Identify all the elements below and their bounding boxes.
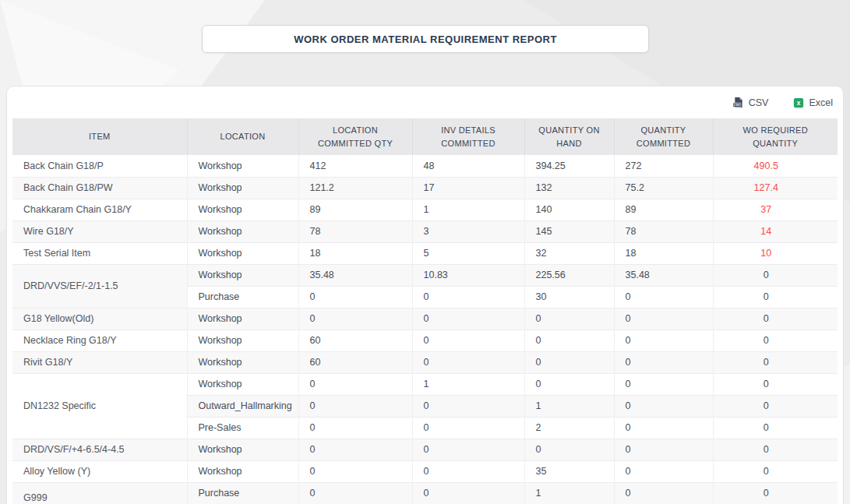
wo-required-quantity-cell: 0 xyxy=(713,373,838,395)
location-cell: Workshop xyxy=(187,373,298,395)
table-row: Back Chain G18/PWWorkshop121.21713275.21… xyxy=(12,177,838,199)
quantity-on-hand-cell: 132 xyxy=(524,177,614,199)
location-cell: Outward_Hallmarking xyxy=(187,395,298,417)
location-cell: Workshop xyxy=(187,308,298,330)
quantity-committed-cell: 89 xyxy=(614,199,713,220)
export-toolbar: CSV CSV x Excel xyxy=(12,86,838,118)
table-row: Chakkaram Chain G18/YWorkshop8911408937 xyxy=(12,199,838,220)
page-title: WORK ORDER MATERIAL REQUIREMENT REPORT xyxy=(202,25,649,53)
export-excel-button[interactable]: x Excel xyxy=(793,97,833,108)
quantity-committed-cell: 0 xyxy=(614,460,713,482)
wo-required-quantity-cell: 0 xyxy=(713,482,838,504)
quantity-committed-cell: 18 xyxy=(614,242,713,264)
quantity-on-hand-cell: 32 xyxy=(524,242,614,264)
export-excel-label: Excel xyxy=(809,97,833,108)
table-row: Rivit G18/YWorkshop600000 xyxy=(12,351,838,373)
table-row: G999Purchase00100 xyxy=(12,482,838,504)
page-title-text: WORK ORDER MATERIAL REQUIREMENT REPORT xyxy=(294,33,557,45)
location-cell: Workshop xyxy=(187,264,298,286)
location-cell: Workshop xyxy=(187,351,298,373)
location-cell: Workshop xyxy=(187,177,298,199)
svg-text:CSV: CSV xyxy=(734,104,740,107)
wo-required-quantity-cell: 0 xyxy=(713,286,838,308)
export-csv-label: CSV xyxy=(749,97,769,108)
table-row: Alloy Yellow (Y)Workshop003500 xyxy=(12,460,838,482)
material-requirement-table: ITEM LOCATION LOCATION COMMITTED QTY INV… xyxy=(12,118,838,504)
item-cell: DRD/VVS/EF/-2/1-1.5 xyxy=(12,264,187,308)
location-cell: Workshop xyxy=(187,242,298,264)
location-committed-qty-cell: 412 xyxy=(298,155,412,177)
item-cell: Test Serial Item xyxy=(12,242,187,264)
item-cell: Rivit G18/Y xyxy=(12,351,187,373)
inv-details-committed-cell: 0 xyxy=(412,417,524,439)
quantity-committed-cell: 0 xyxy=(614,351,713,373)
location-committed-qty-cell: 35.48 xyxy=(298,264,412,286)
table-row: DRD/VS/F/+4-6.5/4-4.5Workshop00000 xyxy=(12,439,838,460)
column-header-item: ITEM xyxy=(12,118,187,155)
inv-details-committed-cell: 1 xyxy=(412,373,524,395)
inv-details-committed-cell: 3 xyxy=(412,220,524,242)
location-committed-qty-cell: 89 xyxy=(298,199,412,220)
item-cell: G999 xyxy=(12,482,187,504)
wo-required-quantity-cell: 0 xyxy=(713,417,838,439)
quantity-on-hand-cell: 145 xyxy=(524,220,614,242)
table-header: ITEM LOCATION LOCATION COMMITTED QTY INV… xyxy=(12,118,838,155)
export-csv-button[interactable]: CSV CSV xyxy=(732,97,769,108)
quantity-committed-cell: 35.48 xyxy=(614,264,713,286)
location-committed-qty-cell: 0 xyxy=(298,286,412,308)
inv-details-committed-cell: 0 xyxy=(412,439,524,460)
item-cell: Alloy Yellow (Y) xyxy=(12,460,187,482)
csv-file-icon: CSV xyxy=(732,97,744,108)
item-cell: G18 Yellow(Old) xyxy=(12,308,187,330)
table-row: DRD/VVS/EF/-2/1-1.5Workshop35.4810.83225… xyxy=(12,264,838,286)
svg-text:x: x xyxy=(797,99,801,107)
location-committed-qty-cell: 0 xyxy=(298,417,412,439)
location-cell: Pre-Sales xyxy=(187,417,298,439)
inv-details-committed-cell: 0 xyxy=(412,482,524,504)
column-header-quantity-on-hand: QUANTITY ON HAND xyxy=(524,118,614,155)
wo-required-quantity-cell: 490.5 xyxy=(713,155,838,177)
location-cell: Workshop xyxy=(187,220,298,242)
quantity-on-hand-cell: 35 xyxy=(524,460,614,482)
quantity-committed-cell: 272 xyxy=(614,155,713,177)
excel-file-icon: x xyxy=(793,97,804,108)
item-cell: DN1232 Specific xyxy=(12,373,187,439)
wo-required-quantity-cell: 0 xyxy=(713,460,838,482)
quantity-on-hand-cell: 0 xyxy=(524,308,614,330)
table-row: Back Chain G18/PWorkshop41248394.2527249… xyxy=(12,155,838,177)
wo-required-quantity-cell: 0 xyxy=(713,264,838,286)
inv-details-committed-cell: 10.83 xyxy=(412,264,524,286)
quantity-committed-cell: 0 xyxy=(614,373,713,395)
quantity-on-hand-cell: 0 xyxy=(524,351,614,373)
location-committed-qty-cell: 78 xyxy=(298,220,412,242)
table-row: G18 Yellow(Old)Workshop00000 xyxy=(12,308,838,330)
quantity-on-hand-cell: 1 xyxy=(524,482,614,504)
wo-required-quantity-cell: 0 xyxy=(713,308,838,330)
item-cell: Necklace Ring G18/Y xyxy=(12,330,187,351)
inv-details-committed-cell: 5 xyxy=(412,242,524,264)
quantity-committed-cell: 0 xyxy=(614,308,713,330)
column-header-location: LOCATION xyxy=(187,118,298,155)
wo-required-quantity-cell: 0 xyxy=(713,330,838,351)
quantity-committed-cell: 75.2 xyxy=(614,177,713,199)
table-row: Test Serial ItemWorkshop185321810 xyxy=(12,242,838,264)
item-cell: Back Chain G18/P xyxy=(12,155,187,177)
wo-required-quantity-cell: 0 xyxy=(713,439,838,460)
location-committed-qty-cell: 0 xyxy=(298,460,412,482)
location-cell: Workshop xyxy=(187,199,298,220)
quantity-committed-cell: 0 xyxy=(614,286,713,308)
quantity-committed-cell: 0 xyxy=(614,395,713,417)
inv-details-committed-cell: 0 xyxy=(412,286,524,308)
location-committed-qty-cell: 60 xyxy=(298,330,412,351)
location-cell: Purchase xyxy=(187,482,298,504)
item-cell: Wire G18/Y xyxy=(12,220,187,242)
column-header-wo-required-quantity: WO REQUIRED QUANTITY xyxy=(713,118,838,155)
wo-required-quantity-cell: 0 xyxy=(713,351,838,373)
item-cell: Chakkaram Chain G18/Y xyxy=(12,199,187,220)
item-cell: Back Chain G18/PW xyxy=(12,177,187,199)
inv-details-committed-cell: 48 xyxy=(412,155,524,177)
quantity-committed-cell: 0 xyxy=(614,330,713,351)
quantity-on-hand-cell: 30 xyxy=(524,286,614,308)
location-committed-qty-cell: 0 xyxy=(298,482,412,504)
report-card: CSV CSV x Excel IT xyxy=(6,86,844,504)
